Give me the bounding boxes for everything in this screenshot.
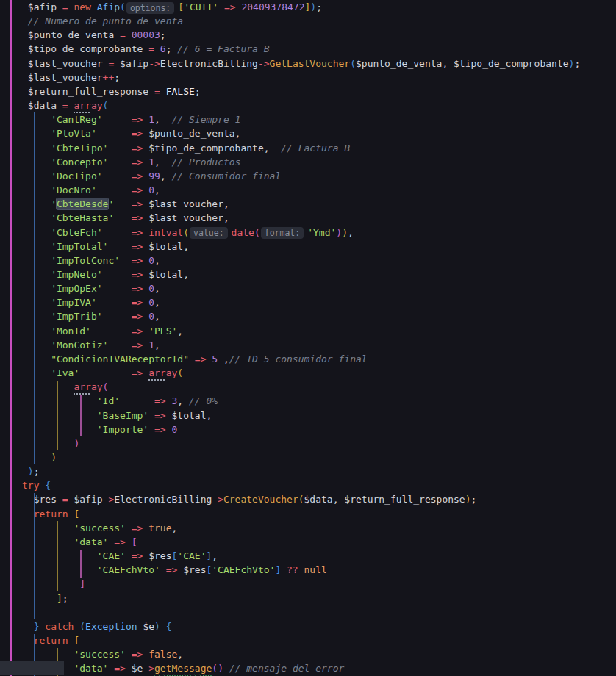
code-token: 'CAEFchVto' — [97, 564, 160, 575]
code-line[interactable]: $punto_de_venta = 00003; — [22, 28, 616, 42]
code-token: $punto_de_venta, $tipo_de_comprobante — [356, 58, 569, 69]
code-line[interactable]: 'ImpTrib' => 0, — [22, 309, 616, 323]
code-line[interactable]: array( — [22, 380, 616, 394]
code-token: => — [132, 326, 143, 337]
code-token: 'ImpTotal' — [51, 241, 108, 252]
code-token — [108, 241, 131, 252]
code-line[interactable]: // Numero de punto de venta — [22, 14, 616, 28]
code-line[interactable]: 'Iva' => array( — [22, 366, 616, 380]
code-token: 'BaseImp' — [97, 410, 148, 421]
word-occurrence-highlight: CbteDesde — [57, 198, 108, 209]
code-line[interactable]: $afip = new Afip(options:['CUIT' => 2040… — [22, 0, 616, 14]
inlay-hint: options: — [126, 2, 174, 14]
code-token — [22, 381, 74, 392]
code-line[interactable]: 'DocNro' => 0, — [22, 183, 616, 197]
code-line[interactable]: ] — [22, 577, 616, 591]
code-token: // Numero de punto de venta — [28, 15, 183, 26]
code-token: $afip — [22, 1, 62, 12]
code-token: 'CUIT' — [184, 1, 218, 12]
code-line[interactable]: 'CantReg' => 1, // Siempre 1 — [22, 112, 616, 126]
code-line[interactable]: 'CbteTipo' => $tipo_de_comprobante, // F… — [22, 141, 616, 155]
code-line[interactable]: 'data' => $e->getMessage() // mensaje de… — [22, 661, 616, 675]
code-line[interactable]: 'ImpTotal' => $total, — [22, 240, 616, 254]
code-line[interactable]: 'CAEFchVto' => $res['CAEFchVto'] ?? null — [22, 563, 616, 577]
code-line[interactable]: 'CbteFch' => intval(value:date(format:'Y… — [22, 226, 616, 240]
code-token: ; — [471, 494, 477, 505]
code-token — [22, 143, 51, 154]
code-line[interactable]: $data = array( — [22, 98, 616, 112]
code-line[interactable]: "CondicionIVAReceptorId" => 5 ,// ID 5 c… — [22, 352, 616, 366]
code-token: 1 — [148, 114, 154, 125]
code-token: => — [132, 255, 143, 266]
code-token: , — [348, 227, 354, 238]
code-line[interactable]: $tipo_de_comprobante = 6; // 6 = Factura… — [22, 42, 616, 56]
code-token — [223, 663, 229, 674]
code-token — [126, 536, 132, 547]
code-line[interactable]: 'data' => [ — [22, 535, 616, 549]
code-token — [22, 663, 74, 674]
code-line[interactable]: 'ImpOpEx' => 0, — [22, 281, 616, 295]
code-token: , — [154, 297, 160, 308]
code-line[interactable]: ) — [22, 450, 616, 464]
code-token: 0 — [148, 311, 154, 322]
code-token: $last_voucher, — [143, 198, 229, 209]
code-token — [114, 212, 131, 223]
code-line[interactable]: 'ImpTotConc' => 0, — [22, 254, 616, 267]
code-line[interactable]: $last_voucher = $afip->ElectronicBilling… — [22, 57, 616, 71]
code-line[interactable]: 'Concepto' => 1, // Productos — [22, 155, 616, 169]
code-token: $e — [126, 663, 143, 674]
code-line[interactable] — [22, 605, 616, 619]
code-token: ( — [120, 1, 126, 12]
code-area[interactable]: $afip = new Afip(options:['CUIT' => 2040… — [0, 0, 616, 676]
code-line[interactable]: 'Importe' => 0 — [22, 422, 616, 436]
code-line[interactable]: ); — [22, 464, 616, 478]
code-token: , — [154, 339, 160, 350]
code-token: , — [154, 311, 160, 322]
code-token — [166, 424, 172, 435]
code-line[interactable]: } catch (Exception $e) { — [22, 619, 616, 633]
code-line[interactable]: return [ — [22, 633, 616, 647]
code-line[interactable]: 'BaseImp' => $total, — [22, 409, 616, 422]
code-line[interactable]: 'CbteHasta' => $last_voucher, — [22, 211, 616, 225]
code-editor[interactable]: $afip = new Afip(options:['CUIT' => 2040… — [0, 0, 616, 676]
code-line[interactable]: 'CAE' => $res['CAE'], — [22, 549, 616, 563]
code-token — [22, 297, 51, 308]
code-line[interactable]: $last_voucher++; — [22, 71, 616, 84]
code-line[interactable]: 'ImpIVA' => 0, — [22, 295, 616, 309]
code-line[interactable]: try { — [22, 478, 616, 492]
code-line[interactable]: 'success' => false, — [22, 647, 616, 661]
code-token: ay — [91, 100, 103, 111]
code-token — [22, 452, 51, 463]
code-token: 'ImpIVA' — [51, 297, 97, 308]
code-line[interactable]: 'CbteDesde' => $last_voucher, — [22, 197, 616, 211]
code-line[interactable]: ]; — [22, 592, 616, 605]
code-token: => — [132, 339, 143, 350]
code-token — [97, 184, 132, 195]
code-line[interactable]: ) — [22, 436, 616, 450]
code-token: // Consumidor final — [172, 170, 282, 181]
code-line[interactable]: 'success' => true, — [22, 521, 616, 535]
code-token: [ — [178, 1, 184, 12]
code-token: $data — [22, 100, 62, 111]
code-line[interactable]: 'PtoVta' => $punto_de_venta, — [22, 126, 616, 140]
code-line[interactable]: 'MonCotiz' => 1, — [22, 338, 616, 352]
code-token: , — [154, 255, 160, 266]
code-line[interactable]: 'Id' => 3, // 0% — [22, 394, 616, 408]
code-token: $tipo_de_comprobante, — [143, 143, 281, 154]
inlay-hint: value: — [190, 227, 228, 239]
code-line[interactable]: 'ImpNeto' => $total, — [22, 267, 616, 281]
code-token: ( — [183, 227, 189, 238]
code-token: getMessage — [154, 663, 212, 674]
code-line[interactable]: 'DocTipo' => 99, // Consumidor final — [22, 169, 616, 183]
code-line[interactable]: return [ — [22, 507, 616, 521]
code-line[interactable]: $return_full_response = FALSE; — [22, 84, 616, 98]
code-line[interactable]: $res = $afip->ElectronicBilling->CreateV… — [22, 492, 616, 506]
code-token: // Factura B — [281, 143, 350, 154]
code-token: , — [172, 522, 178, 533]
code-token: ; — [166, 43, 178, 54]
code-token: ( — [103, 100, 109, 111]
code-line[interactable]: 'MonId' => 'PES', — [22, 324, 616, 338]
code-token — [22, 424, 97, 435]
code-token — [22, 522, 74, 533]
code-token: [ — [74, 635, 79, 646]
